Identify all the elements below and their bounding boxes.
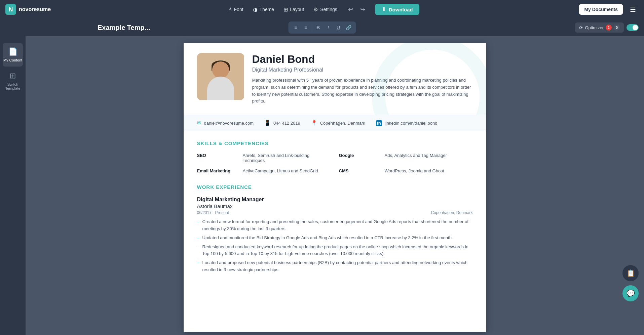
undo-button[interactable]: ↩ bbox=[345, 4, 356, 15]
hamburger-button[interactable]: ☰ bbox=[627, 4, 639, 15]
optimizer-toggle[interactable] bbox=[627, 24, 639, 31]
job-company-0: Astoria Baumax bbox=[197, 203, 473, 209]
doc-title: Example Temp... bbox=[98, 24, 150, 32]
resume-name: Daniel Bond bbox=[252, 53, 473, 66]
person-body bbox=[207, 77, 234, 100]
job-bullet-0-1: Updated and monitored the Bid Strategy i… bbox=[197, 235, 473, 242]
contact-phone: 📱 044 412 2019 bbox=[264, 120, 300, 126]
download-icon: ⬇ bbox=[382, 6, 386, 12]
logo-area: N novoresume bbox=[5, 4, 51, 15]
skill-row-seo: SEO Ahrefs, Semrush and Link-building Te… bbox=[197, 153, 331, 163]
location-value: Copenhagen, Denmark bbox=[320, 121, 365, 126]
floating-chat-button[interactable]: 💬 bbox=[622, 285, 639, 301]
sidebar-item-switch-template[interactable]: ⊞ Switch Template bbox=[3, 69, 23, 93]
my-documents-button[interactable]: My Documents bbox=[579, 4, 623, 15]
font-button[interactable]: 𝐴 Font bbox=[225, 4, 248, 14]
photo-figure bbox=[205, 60, 236, 100]
linkedin-icon: in bbox=[376, 120, 382, 126]
settings-button[interactable]: ⚙ Settings bbox=[309, 4, 341, 15]
logo-icon: N bbox=[5, 4, 16, 15]
logo-text: novoresume bbox=[19, 6, 51, 12]
contact-bar: ✉ daniel@novoresume.com 📱 044 412 2019 📍… bbox=[184, 115, 486, 131]
phone-icon: 📱 bbox=[264, 120, 271, 126]
sidebar-item-my-content[interactable]: 📄 My Content bbox=[3, 43, 23, 67]
person-head bbox=[212, 61, 229, 78]
skill-name-email: Email Marketing bbox=[197, 168, 237, 173]
location-icon: 📍 bbox=[311, 120, 317, 126]
skill-value-email: ActiveCampaign, Litmus and SendGrid bbox=[243, 168, 318, 173]
resume-photo bbox=[197, 53, 244, 100]
layout-button[interactable]: ⊞ Layout bbox=[279, 4, 308, 15]
optimizer-icon: ⟳ bbox=[579, 25, 583, 30]
job-date-0: 06/2017 - Present bbox=[197, 210, 229, 215]
optimizer-badge-1: 2 bbox=[606, 25, 612, 31]
my-content-icon: 📄 bbox=[8, 47, 17, 56]
job-bullet-0-2: Redesigned and conducted keyword researc… bbox=[197, 244, 473, 258]
toggle-thumb bbox=[633, 25, 638, 30]
nav-right: My Documents ☰ bbox=[579, 4, 639, 15]
resume-summary: Marketing professional with 5+ years of … bbox=[252, 77, 473, 105]
resume-intro: Daniel Bond Digital Marketing Profession… bbox=[252, 53, 473, 105]
job-bullet-0-0: Created a new format for reporting and p… bbox=[197, 218, 473, 233]
resume-professional-title: Digital Marketing Professional bbox=[252, 67, 473, 73]
skills-section-title: SKILLS & COMPETENCIES bbox=[197, 140, 473, 148]
layout-icon: ⊞ bbox=[283, 6, 288, 13]
skill-value-seo: Ahrefs, Semrush and Link-building Techni… bbox=[243, 153, 331, 163]
redo-button[interactable]: ↪ bbox=[357, 4, 368, 15]
download-label: Download bbox=[389, 7, 413, 12]
align-left-button[interactable]: ≡ bbox=[291, 23, 300, 32]
work-section: Digital Marketing Manager Astoria Baumax… bbox=[197, 197, 473, 274]
job-bullet-0-3: Located and proposed new potential busin… bbox=[197, 259, 473, 274]
skill-value-google: Ads, Analytics and Tag Manager bbox=[385, 153, 447, 163]
toolbar-divider bbox=[312, 24, 312, 31]
skill-row-cms: CMS WordPress, Joomla and Ghost bbox=[339, 168, 473, 173]
sidebar-item-my-content-label: My Content bbox=[3, 58, 22, 62]
sidebar-item-switch-template-label: Switch Template bbox=[3, 82, 23, 90]
subheader: Example Temp... ≡ ≡ B I U 🔗 ⟳ Optimizer … bbox=[0, 19, 644, 36]
theme-button[interactable]: ◑ Theme bbox=[249, 4, 278, 15]
skill-name-cms: CMS bbox=[339, 168, 379, 173]
nav-center: 𝐴 Font ◑ Theme ⊞ Layout ⚙ Settings ↩ ↪ ⬇… bbox=[225, 4, 420, 15]
job-location-0: Copenhagen, Denmark bbox=[431, 210, 472, 215]
link-button[interactable]: 🔗 bbox=[344, 23, 353, 32]
font-icon: 𝐴 bbox=[229, 6, 232, 12]
undo-redo-group: ↩ ↪ bbox=[345, 4, 368, 15]
skill-value-cms: WordPress, Joomla and Ghost bbox=[385, 168, 444, 173]
email-icon: ✉ bbox=[197, 120, 201, 126]
skills-grid: SEO Ahrefs, Semrush and Link-building Te… bbox=[197, 153, 473, 173]
sidebar: 📄 My Content ⊞ Switch Template bbox=[0, 36, 26, 335]
align-center-button[interactable]: ≡ bbox=[301, 23, 310, 32]
font-label: Font bbox=[234, 7, 243, 12]
resume-body: SKILLS & COMPETENCIES SEO Ahrefs, Semrus… bbox=[184, 131, 486, 285]
italic-button[interactable]: I bbox=[324, 23, 333, 32]
email-value: daniel@novoresume.com bbox=[204, 121, 254, 126]
job-meta-0: 06/2017 - Present Copenhagen, Denmark bbox=[197, 210, 473, 215]
switch-template-icon: ⊞ bbox=[10, 72, 16, 80]
format-toolbar: ≡ ≡ B I U 🔗 bbox=[288, 22, 356, 34]
my-documents-label: My Documents bbox=[584, 7, 618, 12]
linkedin-value: linkedin.com/in/daniel.bond bbox=[385, 121, 438, 126]
skill-name-seo: SEO bbox=[197, 153, 237, 163]
floating-buttons: 📋 💬 bbox=[622, 265, 639, 301]
theme-label: Theme bbox=[260, 7, 274, 12]
skill-row-email: Email Marketing ActiveCampaign, Litmus a… bbox=[197, 168, 331, 173]
theme-icon: ◑ bbox=[253, 6, 258, 13]
layout-label: Layout bbox=[290, 7, 304, 12]
resume-document: Daniel Bond Digital Marketing Profession… bbox=[184, 43, 486, 332]
underline-button[interactable]: U bbox=[334, 23, 343, 32]
settings-icon: ⚙ bbox=[313, 6, 318, 13]
job-title-0: Digital Marketing Manager bbox=[197, 197, 473, 203]
optimizer-button[interactable]: ⟳ Optimizer 2 0 bbox=[575, 23, 624, 33]
bold-button[interactable]: B bbox=[313, 23, 323, 32]
phone-value: 044 412 2019 bbox=[273, 121, 300, 126]
job-bullets-0: Created a new format for reporting and p… bbox=[197, 218, 473, 274]
work-section-title: WORK EXPERIENCE bbox=[197, 184, 473, 191]
optimizer-label: Optimizer bbox=[585, 25, 604, 30]
download-button[interactable]: ⬇ Download bbox=[375, 4, 420, 15]
optimizer-section: ⟳ Optimizer 2 0 bbox=[575, 23, 639, 33]
settings-label: Settings bbox=[320, 7, 337, 12]
navbar: N novoresume 𝐴 Font ◑ Theme ⊞ Layout ⚙ S… bbox=[0, 0, 644, 19]
contact-linkedin: in linkedin.com/in/daniel.bond bbox=[376, 120, 437, 126]
contact-location: 📍 Copenhagen, Denmark bbox=[311, 120, 365, 126]
floating-doc-button[interactable]: 📋 bbox=[622, 265, 639, 281]
